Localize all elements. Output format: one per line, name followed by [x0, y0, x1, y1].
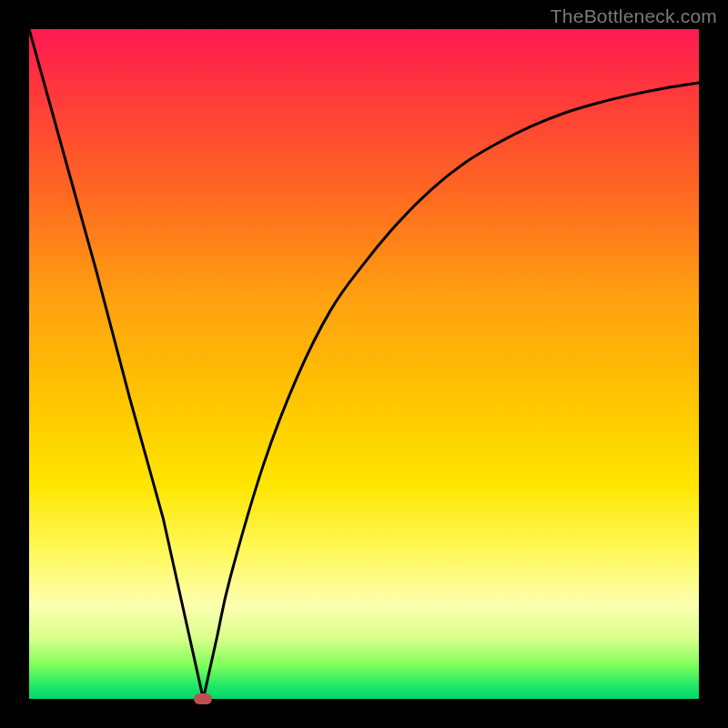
- watermark-text: TheBottleneck.com: [551, 5, 717, 27]
- optimal-marker: [194, 693, 212, 704]
- chart-frame: TheBottleneck.com: [0, 0, 728, 728]
- curve-svg: [29, 29, 699, 699]
- plot-area: [29, 29, 699, 699]
- bottleneck-curve: [29, 29, 699, 699]
